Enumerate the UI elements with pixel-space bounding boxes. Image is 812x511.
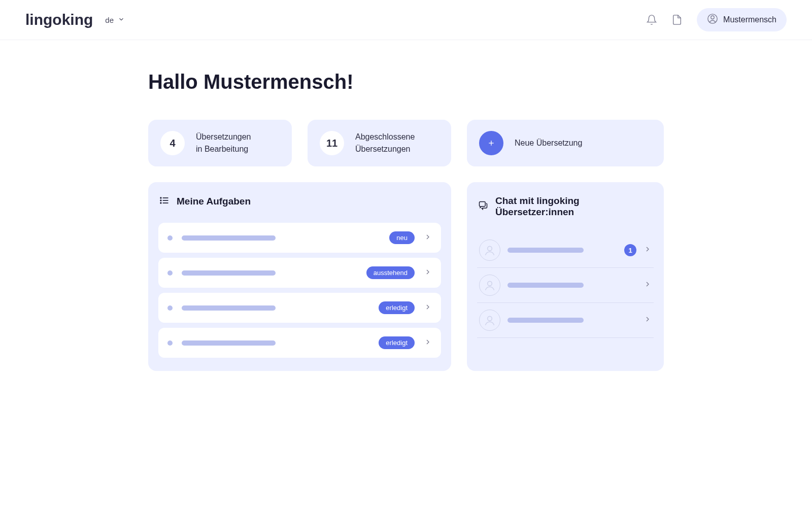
svg-point-1 — [711, 16, 714, 19]
bell-icon[interactable] — [646, 14, 657, 25]
status-badge: neu — [389, 231, 415, 244]
chevron-right-icon — [644, 245, 652, 255]
tasks-panel: Meine Aufgaben neu ausstehend — [148, 182, 451, 371]
chevron-right-icon — [644, 280, 652, 290]
svg-point-7 — [160, 197, 161, 198]
svg-point-11 — [488, 281, 492, 286]
avatar — [479, 310, 500, 331]
user-icon — [707, 13, 718, 26]
language-selector[interactable]: de — [105, 16, 125, 24]
chat-icon — [478, 200, 488, 213]
stat-label: Übersetzungen in Bearbeitung — [196, 131, 251, 155]
stat-card-completed[interactable]: 11 Abgeschlossene Übersetzungen — [308, 120, 451, 166]
task-list: neu ausstehend erledigt — [158, 223, 441, 358]
app-header: lingoking de Mustermensch — [0, 0, 812, 40]
task-dot — [167, 340, 173, 346]
chat-placeholder — [507, 248, 584, 253]
plus-icon — [479, 131, 503, 155]
task-placeholder — [182, 270, 276, 276]
chat-item[interactable]: 1 — [477, 233, 654, 268]
user-menu[interactable]: Mustermensch — [697, 8, 787, 31]
content-row: Meine Aufgaben neu ausstehend — [148, 182, 664, 371]
stat-label: Abgeschlossene Übersetzungen — [355, 131, 415, 155]
tasks-title: Meine Aufgaben — [177, 196, 251, 207]
header-right: Mustermensch — [646, 8, 787, 31]
document-icon[interactable] — [671, 14, 683, 25]
stat-label: Neue Übersetzung — [515, 137, 582, 149]
language-label: de — [105, 16, 114, 24]
avatar — [479, 275, 500, 296]
chat-panel: Chat mit lingoking Übersetzer:innen 1 — [467, 182, 664, 371]
status-badge: erledigt — [379, 301, 415, 314]
user-name: Mustermensch — [723, 15, 776, 24]
chat-placeholder — [507, 318, 584, 323]
list-icon — [159, 195, 170, 208]
unread-badge: 1 — [624, 244, 636, 256]
task-item[interactable]: erledigt — [158, 328, 441, 358]
new-translation-button[interactable]: Neue Übersetzung — [467, 120, 664, 166]
chevron-right-icon — [424, 303, 432, 313]
greeting-title: Hallo Mustermensch! — [148, 71, 664, 93]
task-dot — [167, 235, 173, 241]
chat-item[interactable] — [477, 303, 654, 338]
svg-point-8 — [160, 200, 161, 201]
svg-point-12 — [488, 316, 492, 321]
chevron-right-icon — [644, 315, 652, 325]
task-dot — [167, 305, 173, 311]
stat-value: 4 — [160, 131, 185, 155]
stat-card-in-progress[interactable]: 4 Übersetzungen in Bearbeitung — [148, 120, 292, 166]
logo[interactable]: lingoking — [25, 11, 93, 28]
task-dot — [167, 270, 173, 276]
chevron-right-icon — [424, 268, 432, 278]
status-badge: erledigt — [379, 336, 415, 349]
header-left: lingoking de — [25, 11, 125, 28]
chevron-right-icon — [424, 233, 432, 243]
chat-placeholder — [507, 283, 584, 288]
chat-title: Chat mit lingoking Übersetzer:innen — [495, 195, 654, 218]
svg-point-10 — [488, 246, 492, 251]
stat-value: 11 — [320, 131, 344, 155]
chevron-right-icon — [424, 338, 432, 348]
task-placeholder — [182, 305, 276, 311]
task-placeholder — [182, 340, 276, 346]
task-placeholder — [182, 235, 276, 241]
main-content: Hallo Mustermensch! 4 Übersetzungen in B… — [148, 40, 664, 401]
chat-item[interactable] — [477, 268, 654, 303]
avatar — [479, 240, 500, 261]
svg-point-9 — [160, 202, 161, 203]
task-item[interactable]: ausstehend — [158, 258, 441, 288]
chevron-down-icon — [118, 16, 125, 24]
task-item[interactable]: erledigt — [158, 293, 441, 323]
task-item[interactable]: neu — [158, 223, 441, 253]
chat-header: Chat mit lingoking Übersetzer:innen — [477, 195, 654, 218]
chat-list: 1 — [477, 233, 654, 338]
status-badge: ausstehend — [366, 266, 415, 279]
tasks-header: Meine Aufgaben — [158, 195, 441, 208]
stats-row: 4 Übersetzungen in Bearbeitung 11 Abgesc… — [148, 120, 664, 166]
